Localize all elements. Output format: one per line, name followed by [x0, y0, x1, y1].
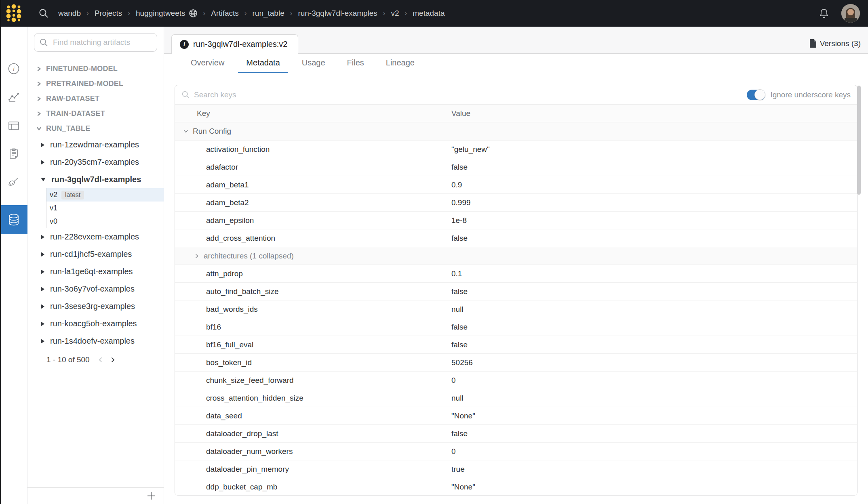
artifact-version-tab[interactable]: i run-3gqlw7dl-examples:v2	[171, 34, 298, 54]
sidebar-run-item[interactable]: run-1zewdmar-examples	[27, 136, 164, 153]
file-icon	[809, 39, 816, 48]
table-row: activation_function"gelu_new"	[175, 140, 857, 158]
sidebar-run-item[interactable]: run-1s4doefv-examples	[27, 332, 164, 350]
disclosure-triangle-icon	[41, 143, 44, 147]
sidebar-category-train-dataset[interactable]: TRAIN-DATASET	[27, 106, 164, 121]
clipboard-icon[interactable]	[0, 142, 27, 166]
sidebar-run-item[interactable]: run-cd1jhcf5-examples	[27, 246, 164, 263]
window-edge	[0, 0, 1, 504]
metadata-search-row: Ignore underscore keys	[175, 85, 857, 105]
disclosure-triangle-icon	[41, 339, 44, 344]
table-row: bad_words_idsnull	[175, 300, 857, 318]
sidebar-run-item[interactable]: run-koacg5oh-examples	[27, 315, 164, 332]
disclosure-triangle-icon	[41, 287, 44, 292]
disclosure-triangle-icon	[41, 178, 46, 181]
disclosure-triangle-icon	[41, 160, 44, 165]
chevron-right-icon	[36, 81, 42, 86]
table-row: adafactorfalse	[175, 158, 857, 176]
sidebar-run-item[interactable]: run-3o6y7vof-examples	[27, 280, 164, 298]
sidebar-run-item[interactable]: run-3sese3rg-examples	[27, 298, 164, 315]
pagination-next-icon[interactable]	[107, 354, 119, 366]
metadata-search-input[interactable]	[194, 90, 747, 99]
table-group-row[interactable]: Run Config	[175, 122, 857, 140]
toggle-knob	[754, 89, 765, 100]
breadcrumb-item[interactable]: v2	[391, 9, 399, 18]
chart-icon[interactable]	[0, 85, 27, 109]
sidebar-category-run-table[interactable]: RUN_TABLE	[27, 121, 164, 136]
toggle-switch[interactable]	[747, 90, 765, 100]
disclosure-triangle-icon	[41, 235, 44, 239]
table-row: chunk_size_feed_forward0	[175, 371, 857, 389]
global-search-icon[interactable]	[35, 4, 53, 22]
database-icon[interactable]	[0, 205, 27, 234]
tab-lineage[interactable]: Lineage	[378, 54, 423, 73]
notifications-bell-icon[interactable]	[817, 6, 831, 20]
breadcrumb-item[interactable]: wandb	[58, 9, 81, 18]
table-row: bf16false	[175, 318, 857, 336]
disclosure-triangle-icon	[41, 304, 44, 309]
search-icon	[181, 90, 190, 99]
version-item-v2[interactable]: v2 latest	[46, 188, 164, 202]
info-badge-icon: i	[180, 40, 189, 49]
broom-icon[interactable]	[0, 170, 27, 194]
column-header-key: Key	[175, 109, 451, 118]
scrollbar-thumb[interactable]	[857, 86, 861, 195]
breadcrumb-separator: ›	[128, 9, 130, 17]
table-row: cross_attention_hidden_sizenull	[175, 389, 857, 407]
add-artifact-plus-icon[interactable]	[145, 490, 157, 502]
breadcrumb-separator: ›	[383, 9, 386, 17]
version-item-v0[interactable]: v0	[46, 215, 164, 228]
sidebar-category-finetuned-model[interactable]: FINETUNED-MODEL	[27, 61, 164, 76]
version-list: v2 latest v1 v0	[46, 188, 164, 228]
artifact-search-input[interactable]	[34, 33, 157, 52]
main-content: i run-3gqlw7dl-examples:v2 Versions (3) …	[164, 27, 868, 504]
breadcrumb-separator: ›	[244, 9, 247, 17]
ignore-underscore-toggle[interactable]: Ignore underscore keys	[747, 90, 851, 100]
tab-usage[interactable]: Usage	[294, 54, 333, 73]
version-item-v1[interactable]: v1	[46, 202, 164, 215]
tab-files[interactable]: Files	[339, 54, 372, 73]
table-row: add_cross_attentionfalse	[175, 229, 857, 247]
sidebar-category-pretrained-model[interactable]: PRETRAINED-MODEL	[27, 76, 164, 91]
breadcrumb-item[interactable]: run-3gqlw7dl-examples	[298, 9, 377, 18]
panel-grid-icon[interactable]	[0, 113, 27, 138]
chevron-right-icon	[36, 66, 42, 71]
sidebar-run-item-selected[interactable]: run-3gqlw7dl-examples	[27, 171, 164, 188]
sidebar-run-item[interactable]: run-228evxem-examples	[27, 228, 164, 246]
table-row: dataloader_pin_memorytrue	[175, 460, 857, 478]
table-header: Key Value	[175, 105, 857, 122]
breadcrumb-separator: ›	[405, 9, 407, 17]
info-icon[interactable]: i	[0, 57, 27, 81]
chevron-down-icon	[183, 128, 189, 134]
disclosure-triangle-icon	[41, 269, 44, 274]
chevron-right-icon	[36, 96, 42, 101]
table-row: data_seed"None"	[175, 407, 857, 424]
chevron-right-icon	[194, 253, 200, 259]
pagination-prev-icon[interactable]	[95, 354, 107, 366]
tab-overview[interactable]: Overview	[183, 54, 232, 73]
breadcrumb-item[interactable]: metadata	[413, 9, 445, 18]
table-group-row[interactable]: architectures (1 collapsed)	[175, 247, 857, 265]
tab-metadata[interactable]: Metadata	[238, 54, 288, 73]
versions-button[interactable]: Versions (3)	[809, 27, 861, 54]
sidebar-run-item[interactable]: run-20y35cm7-examples	[27, 153, 164, 171]
metadata-panel: Ignore underscore keys Key Value Run Con…	[175, 85, 857, 496]
breadcrumb-separator: ›	[86, 9, 89, 17]
table-row: dataloader_num_workers0	[175, 442, 857, 460]
left-icon-rail: i	[0, 27, 27, 504]
table-row: auto_find_batch_sizefalse	[175, 282, 857, 300]
sidebar-category-raw-dataset[interactable]: RAW-DATASET	[27, 91, 164, 106]
pagination-label: 1 - 10 of 500	[46, 355, 90, 364]
breadcrumb-item[interactable]: run_table	[253, 9, 284, 18]
sidebar-pagination: 1 - 10 of 500	[46, 354, 164, 366]
table-row: bf16_full_evalfalse	[175, 336, 857, 353]
artifact-tree: FINETUNED-MODEL PRETRAINED-MODEL RAW-DAT…	[27, 58, 164, 487]
breadcrumb-item[interactable]: Projects	[95, 9, 122, 18]
svg-text:i: i	[13, 65, 15, 72]
sidebar-run-item[interactable]: run-la1ge6qt-examples	[27, 263, 164, 280]
wandb-logo-icon[interactable]	[0, 0, 27, 27]
breadcrumb-item[interactable]: huggingtweets	[136, 9, 198, 18]
user-avatar[interactable]	[841, 4, 860, 23]
breadcrumb-item[interactable]: Artifacts	[211, 9, 239, 18]
artifact-tab-label: run-3gqlw7dl-examples:v2	[193, 40, 287, 49]
